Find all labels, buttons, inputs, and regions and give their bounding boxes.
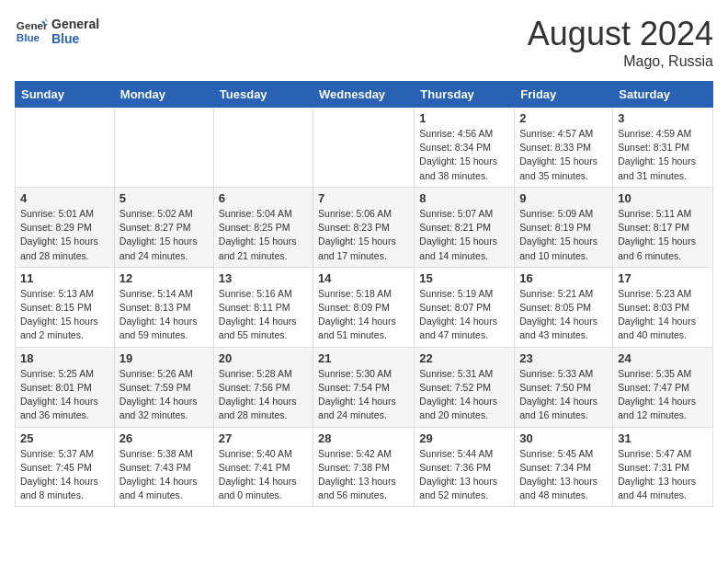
- day-info: Sunrise: 5:23 AMSunset: 8:03 PMDaylight:…: [618, 287, 708, 343]
- day-info: Sunrise: 5:42 AMSunset: 7:38 PMDaylight:…: [318, 447, 409, 503]
- calendar-cell: 4Sunrise: 5:01 AMSunset: 8:29 PMDaylight…: [16, 187, 115, 267]
- page-header: General Blue General Blue August 2024 Ma…: [15, 15, 713, 70]
- calendar-cell: 23Sunrise: 5:33 AMSunset: 7:50 PMDayligh…: [515, 347, 613, 427]
- calendar-cell: 30Sunrise: 5:45 AMSunset: 7:34 PMDayligh…: [515, 427, 613, 507]
- weekday-header-tuesday: Tuesday: [213, 82, 313, 108]
- day-info: Sunrise: 5:11 AMSunset: 8:17 PMDaylight:…: [618, 207, 708, 263]
- calendar-cell: 8Sunrise: 5:07 AMSunset: 8:21 PMDaylight…: [415, 187, 515, 267]
- day-info: Sunrise: 5:09 AMSunset: 8:19 PMDaylight:…: [519, 207, 608, 263]
- day-info: Sunrise: 5:31 AMSunset: 7:52 PMDaylight:…: [419, 367, 509, 423]
- day-info: Sunrise: 4:59 AMSunset: 8:31 PMDaylight:…: [618, 127, 708, 183]
- day-info: Sunrise: 5:44 AMSunset: 7:36 PMDaylight:…: [419, 447, 509, 503]
- day-number: 27: [219, 431, 308, 445]
- weekday-header-monday: Monday: [114, 82, 213, 108]
- day-number: 13: [219, 271, 308, 285]
- day-info: Sunrise: 5:30 AMSunset: 7:54 PMDaylight:…: [318, 367, 409, 423]
- month-title: August 2024: [528, 15, 713, 53]
- weekday-header-row: SundayMondayTuesdayWednesdayThursdayFrid…: [16, 82, 713, 108]
- day-number: 4: [20, 191, 109, 205]
- day-number: 17: [618, 271, 708, 285]
- calendar-cell: [313, 108, 415, 188]
- day-number: 20: [219, 351, 308, 365]
- day-number: 11: [20, 271, 109, 285]
- calendar-cell: 5Sunrise: 5:02 AMSunset: 8:27 PMDaylight…: [114, 187, 213, 267]
- day-info: Sunrise: 5:02 AMSunset: 8:27 PMDaylight:…: [119, 207, 209, 263]
- calendar-cell: 25Sunrise: 5:37 AMSunset: 7:45 PMDayligh…: [16, 427, 115, 507]
- day-number: 25: [20, 431, 109, 445]
- day-info: Sunrise: 5:16 AMSunset: 8:11 PMDaylight:…: [219, 287, 308, 343]
- day-info: Sunrise: 5:18 AMSunset: 8:09 PMDaylight:…: [318, 287, 409, 343]
- day-number: 3: [618, 111, 708, 125]
- day-number: 7: [318, 191, 409, 205]
- day-info: Sunrise: 5:26 AMSunset: 7:59 PMDaylight:…: [119, 367, 209, 423]
- calendar-cell: 6Sunrise: 5:04 AMSunset: 8:25 PMDaylight…: [213, 187, 313, 267]
- logo-line2: Blue: [51, 31, 99, 46]
- day-number: 26: [119, 431, 209, 445]
- day-number: 21: [318, 351, 409, 365]
- calendar-cell: 20Sunrise: 5:28 AMSunset: 7:56 PMDayligh…: [213, 347, 313, 427]
- day-info: Sunrise: 5:45 AMSunset: 7:34 PMDaylight:…: [519, 447, 608, 503]
- day-info: Sunrise: 5:19 AMSunset: 8:07 PMDaylight:…: [419, 287, 509, 343]
- logo-icon: General Blue: [15, 15, 48, 48]
- weekday-header-friday: Friday: [515, 82, 613, 108]
- calendar-cell: 14Sunrise: 5:18 AMSunset: 8:09 PMDayligh…: [313, 267, 415, 347]
- calendar-cell: 19Sunrise: 5:26 AMSunset: 7:59 PMDayligh…: [114, 347, 213, 427]
- calendar-cell: [114, 108, 213, 188]
- day-number: 12: [119, 271, 209, 285]
- day-number: 14: [318, 271, 409, 285]
- calendar-week-5: 25Sunrise: 5:37 AMSunset: 7:45 PMDayligh…: [16, 427, 713, 507]
- calendar-cell: 10Sunrise: 5:11 AMSunset: 8:17 PMDayligh…: [613, 187, 713, 267]
- svg-text:Blue: Blue: [17, 31, 40, 43]
- day-number: 5: [119, 191, 209, 205]
- weekday-header-thursday: Thursday: [415, 82, 515, 108]
- day-info: Sunrise: 5:33 AMSunset: 7:50 PMDaylight:…: [519, 367, 608, 423]
- day-info: Sunrise: 5:37 AMSunset: 7:45 PMDaylight:…: [20, 447, 109, 503]
- svg-text:General: General: [17, 19, 48, 31]
- calendar-cell: 18Sunrise: 5:25 AMSunset: 8:01 PMDayligh…: [16, 347, 115, 427]
- day-number: 30: [519, 431, 608, 445]
- day-info: Sunrise: 5:40 AMSunset: 7:41 PMDaylight:…: [219, 447, 308, 503]
- calendar-cell: 11Sunrise: 5:13 AMSunset: 8:15 PMDayligh…: [16, 267, 115, 347]
- day-number: 18: [20, 351, 109, 365]
- location: Mago, Russia: [528, 53, 713, 70]
- day-info: Sunrise: 5:06 AMSunset: 8:23 PMDaylight:…: [318, 207, 409, 263]
- calendar-week-4: 18Sunrise: 5:25 AMSunset: 8:01 PMDayligh…: [16, 347, 713, 427]
- day-info: Sunrise: 5:38 AMSunset: 7:43 PMDaylight:…: [119, 447, 209, 503]
- calendar-cell: [213, 108, 313, 188]
- weekday-header-sunday: Sunday: [16, 82, 115, 108]
- calendar-cell: 21Sunrise: 5:30 AMSunset: 7:54 PMDayligh…: [313, 347, 415, 427]
- day-info: Sunrise: 5:35 AMSunset: 7:47 PMDaylight:…: [618, 367, 708, 423]
- day-info: Sunrise: 5:04 AMSunset: 8:25 PMDaylight:…: [219, 207, 308, 263]
- calendar-cell: 26Sunrise: 5:38 AMSunset: 7:43 PMDayligh…: [114, 427, 213, 507]
- calendar-cell: 16Sunrise: 5:21 AMSunset: 8:05 PMDayligh…: [515, 267, 613, 347]
- day-info: Sunrise: 5:28 AMSunset: 7:56 PMDaylight:…: [219, 367, 308, 423]
- day-number: 22: [419, 351, 509, 365]
- day-number: 9: [519, 191, 608, 205]
- day-info: Sunrise: 4:56 AMSunset: 8:34 PMDaylight:…: [419, 127, 509, 183]
- day-number: 28: [318, 431, 409, 445]
- calendar-week-3: 11Sunrise: 5:13 AMSunset: 8:15 PMDayligh…: [16, 267, 713, 347]
- calendar-cell: 17Sunrise: 5:23 AMSunset: 8:03 PMDayligh…: [613, 267, 713, 347]
- calendar-cell: 9Sunrise: 5:09 AMSunset: 8:19 PMDaylight…: [515, 187, 613, 267]
- day-number: 29: [419, 431, 509, 445]
- calendar-week-1: 1Sunrise: 4:56 AMSunset: 8:34 PMDaylight…: [16, 108, 713, 188]
- day-number: 2: [519, 111, 608, 125]
- day-info: Sunrise: 5:14 AMSunset: 8:13 PMDaylight:…: [119, 287, 209, 343]
- day-number: 8: [419, 191, 509, 205]
- day-number: 31: [618, 431, 708, 445]
- day-number: 23: [519, 351, 608, 365]
- weekday-header-wednesday: Wednesday: [313, 82, 415, 108]
- calendar-cell: 15Sunrise: 5:19 AMSunset: 8:07 PMDayligh…: [415, 267, 515, 347]
- calendar-cell: 29Sunrise: 5:44 AMSunset: 7:36 PMDayligh…: [415, 427, 515, 507]
- day-info: Sunrise: 5:07 AMSunset: 8:21 PMDaylight:…: [419, 207, 509, 263]
- day-info: Sunrise: 4:57 AMSunset: 8:33 PMDaylight:…: [519, 127, 608, 183]
- calendar-cell: 1Sunrise: 4:56 AMSunset: 8:34 PMDaylight…: [415, 108, 515, 188]
- calendar-cell: [16, 108, 115, 188]
- calendar-cell: 7Sunrise: 5:06 AMSunset: 8:23 PMDaylight…: [313, 187, 415, 267]
- logo-line1: General: [51, 17, 99, 31]
- calendar-cell: 12Sunrise: 5:14 AMSunset: 8:13 PMDayligh…: [114, 267, 213, 347]
- calendar-cell: 13Sunrise: 5:16 AMSunset: 8:11 PMDayligh…: [213, 267, 313, 347]
- day-number: 15: [419, 271, 509, 285]
- day-info: Sunrise: 5:01 AMSunset: 8:29 PMDaylight:…: [20, 207, 109, 263]
- day-number: 1: [419, 111, 509, 125]
